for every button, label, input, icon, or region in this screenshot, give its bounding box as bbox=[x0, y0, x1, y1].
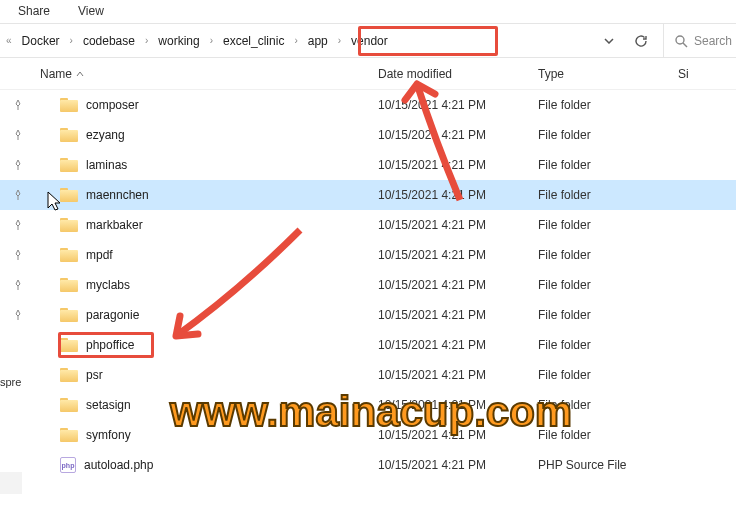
file-name-cell: phpoffice bbox=[36, 338, 378, 352]
file-name-cell: composer bbox=[36, 98, 378, 112]
file-row[interactable]: symfony10/15/2021 4:21 PMFile folder bbox=[0, 420, 736, 450]
file-name: myclabs bbox=[86, 278, 130, 292]
file-name: psr bbox=[86, 368, 103, 382]
search-icon bbox=[674, 34, 688, 48]
file-row[interactable]: ezyang10/15/2021 4:21 PMFile folder bbox=[0, 120, 736, 150]
file-row[interactable]: paragonie10/15/2021 4:21 PMFile folder bbox=[0, 300, 736, 330]
breadcrumb-item[interactable]: vendor bbox=[343, 30, 396, 52]
column-size[interactable]: Si bbox=[678, 67, 728, 81]
file-type: File folder bbox=[538, 218, 678, 232]
file-date: 10/15/2021 4:21 PM bbox=[378, 428, 538, 442]
folder-icon bbox=[60, 248, 78, 262]
file-name: phpoffice bbox=[86, 338, 135, 352]
file-type: File folder bbox=[538, 308, 678, 322]
file-name: ezyang bbox=[86, 128, 125, 142]
file-row[interactable]: laminas10/15/2021 4:21 PMFile folder bbox=[0, 150, 736, 180]
chevron-right-icon: › bbox=[208, 35, 215, 46]
file-date: 10/15/2021 4:21 PM bbox=[378, 338, 538, 352]
file-date: 10/15/2021 4:21 PM bbox=[378, 218, 538, 232]
tab-view[interactable]: View bbox=[64, 0, 118, 23]
chevron-right-icon: › bbox=[143, 35, 150, 46]
column-headers: Name Date modified Type Si bbox=[0, 58, 736, 90]
file-type: File folder bbox=[538, 368, 678, 382]
pin-icon bbox=[0, 129, 36, 141]
pin-icon bbox=[0, 249, 36, 261]
file-row[interactable]: mpdf10/15/2021 4:21 PMFile folder bbox=[0, 240, 736, 270]
chevron-right-icon: › bbox=[336, 35, 343, 46]
column-name[interactable]: Name bbox=[36, 67, 378, 81]
file-name: markbaker bbox=[86, 218, 143, 232]
dropdown-history-button[interactable] bbox=[595, 27, 623, 55]
file-name-cell: symfony bbox=[36, 428, 378, 442]
file-type: File folder bbox=[538, 98, 678, 112]
file-date: 10/15/2021 4:21 PM bbox=[378, 458, 538, 472]
file-name: paragonie bbox=[86, 308, 139, 322]
file-row[interactable]: maennchen10/15/2021 4:21 PMFile folder bbox=[0, 180, 736, 210]
breadcrumb-item[interactable]: codebase bbox=[75, 30, 143, 52]
file-name-cell: markbaker bbox=[36, 218, 378, 232]
refresh-button[interactable] bbox=[627, 27, 655, 55]
file-name-cell: myclabs bbox=[36, 278, 378, 292]
file-name: setasign bbox=[86, 398, 131, 412]
folder-icon bbox=[60, 338, 78, 352]
column-type[interactable]: Type bbox=[538, 67, 678, 81]
file-date: 10/15/2021 4:21 PM bbox=[378, 128, 538, 142]
file-list: composer10/15/2021 4:21 PMFile folderezy… bbox=[0, 90, 736, 480]
svg-point-0 bbox=[676, 36, 684, 44]
pin-icon bbox=[0, 279, 36, 291]
pin-icon bbox=[0, 219, 36, 231]
breadcrumb-item[interactable]: app bbox=[300, 30, 336, 52]
php-file-icon: php bbox=[60, 457, 76, 473]
file-row[interactable]: phpautoload.php10/15/2021 4:21 PMPHP Sou… bbox=[0, 450, 736, 480]
ribbon-tabs: Share View bbox=[0, 0, 736, 24]
file-type: File folder bbox=[538, 428, 678, 442]
folder-icon bbox=[60, 128, 78, 142]
file-name-cell: paragonie bbox=[36, 308, 378, 322]
address-bar: « Docker › codebase › working › excel_cl… bbox=[0, 24, 736, 58]
file-name: composer bbox=[86, 98, 139, 112]
chevron-right-icon: › bbox=[68, 35, 75, 46]
file-date: 10/15/2021 4:21 PM bbox=[378, 158, 538, 172]
folder-icon bbox=[60, 398, 78, 412]
file-row[interactable]: psr10/15/2021 4:21 PMFile folder bbox=[0, 360, 736, 390]
file-name-cell: psr bbox=[36, 368, 378, 382]
folder-icon bbox=[60, 428, 78, 442]
file-name-cell: phpautoload.php bbox=[36, 457, 378, 473]
file-name: mpdf bbox=[86, 248, 113, 262]
search-placeholder: Search bbox=[694, 34, 732, 48]
file-type: File folder bbox=[538, 188, 678, 202]
pin-icon bbox=[0, 159, 36, 171]
sidebar-item-stub bbox=[0, 472, 22, 494]
column-date[interactable]: Date modified bbox=[378, 67, 538, 81]
breadcrumb-item[interactable]: Docker bbox=[14, 30, 68, 52]
file-date: 10/15/2021 4:21 PM bbox=[378, 308, 538, 322]
file-type: File folder bbox=[538, 158, 678, 172]
file-name-cell: setasign bbox=[36, 398, 378, 412]
file-name: autoload.php bbox=[84, 458, 153, 472]
history-back-icon[interactable]: « bbox=[4, 35, 14, 46]
folder-icon bbox=[60, 278, 78, 292]
file-row[interactable]: myclabs10/15/2021 4:21 PMFile folder bbox=[0, 270, 736, 300]
file-name-cell: laminas bbox=[36, 158, 378, 172]
tab-share[interactable]: Share bbox=[4, 0, 64, 23]
file-name-cell: mpdf bbox=[36, 248, 378, 262]
file-row[interactable]: composer10/15/2021 4:21 PMFile folder bbox=[0, 90, 736, 120]
file-name: symfony bbox=[86, 428, 131, 442]
file-date: 10/15/2021 4:21 PM bbox=[378, 398, 538, 412]
folder-icon bbox=[60, 308, 78, 322]
search-box[interactable]: Search bbox=[663, 24, 732, 57]
breadcrumb-item[interactable]: working bbox=[150, 30, 207, 52]
pin-icon bbox=[0, 309, 36, 321]
file-type: File folder bbox=[538, 338, 678, 352]
file-type: File folder bbox=[538, 128, 678, 142]
file-type: File folder bbox=[538, 248, 678, 262]
file-date: 10/15/2021 4:21 PM bbox=[378, 278, 538, 292]
file-row[interactable]: phpoffice10/15/2021 4:21 PMFile folder bbox=[0, 330, 736, 360]
file-row[interactable]: setasign10/15/2021 4:21 PMFile folder bbox=[0, 390, 736, 420]
breadcrumb-item[interactable]: excel_clinic bbox=[215, 30, 292, 52]
folder-icon bbox=[60, 368, 78, 382]
folder-icon bbox=[60, 158, 78, 172]
file-row[interactable]: markbaker10/15/2021 4:21 PMFile folder bbox=[0, 210, 736, 240]
pin-icon bbox=[0, 189, 36, 201]
folder-icon bbox=[60, 218, 78, 232]
